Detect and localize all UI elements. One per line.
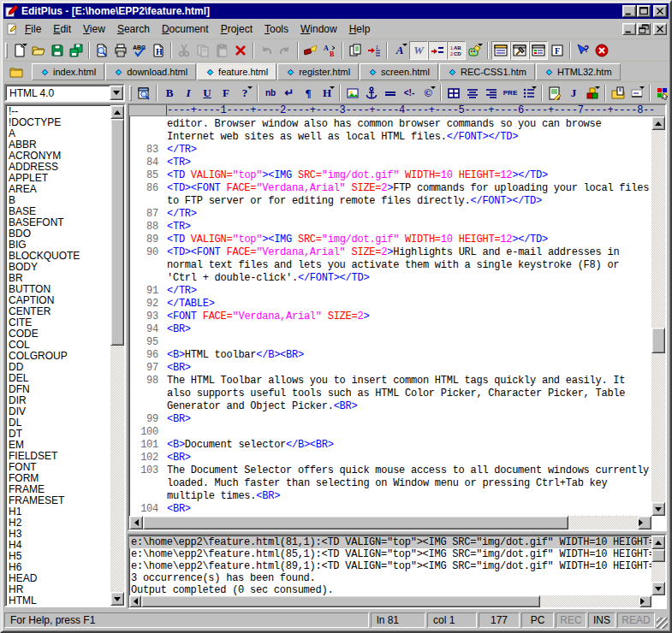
output-line[interactable]: e:\home\epp2\feature.html(81,1):<TD VALI…	[129, 536, 651, 548]
menu-item-edit[interactable]: Edit	[47, 21, 77, 38]
cliptext-item[interactable]: AREA	[6, 184, 110, 195]
paragraph-button[interactable]: ¶	[299, 84, 318, 103]
output-line[interactable]: Output completed (0 sec consumed).	[129, 584, 651, 595]
cliptext-item[interactable]: FRAME	[6, 484, 110, 495]
code-view[interactable]: editor. Browser window also has common b…	[129, 116, 651, 516]
scroll-down-button[interactable]	[110, 592, 124, 606]
menu-item-file[interactable]: File	[19, 21, 47, 38]
menu-item-project[interactable]: Project	[215, 21, 259, 38]
menu-item-document[interactable]: Document	[156, 21, 215, 38]
cliptext-item[interactable]: HR	[6, 584, 110, 595]
bold-button[interactable]: B	[160, 84, 179, 103]
scrollbar-track[interactable]	[143, 516, 638, 529]
cliptext-item[interactable]: A	[6, 128, 110, 139]
object-picker-button[interactable]	[583, 84, 602, 103]
font-tag-button[interactable]: F	[217, 84, 235, 103]
line-break-button[interactable]: ↵	[280, 84, 299, 103]
cliptext-item[interactable]: H6	[6, 562, 110, 573]
menu-item-tools[interactable]: Tools	[259, 21, 294, 38]
preformatted-button[interactable]: PRE	[501, 84, 520, 103]
minimize-button[interactable]	[622, 5, 636, 17]
context-help-button[interactable]: ?	[574, 41, 592, 60]
script-button[interactable]	[545, 84, 564, 103]
mdi-close-button[interactable]	[653, 23, 667, 35]
resize-grip[interactable]	[657, 618, 668, 629]
cliptext-item[interactable]: DD	[6, 362, 110, 373]
cliptext-item[interactable]: BUTTON	[6, 284, 110, 295]
cliptext-scrollbar[interactable]	[110, 105, 124, 606]
font-button[interactable]: A	[390, 41, 409, 60]
cliptext-item[interactable]: H4	[6, 540, 110, 551]
cliptext-item[interactable]: BDO	[6, 228, 110, 240]
cliptext-item[interactable]: FONT	[6, 462, 110, 473]
output-vertical-scrollbar[interactable]	[651, 535, 665, 595]
nonbreaking-space-button[interactable]: nb	[261, 84, 280, 103]
cliptext-item[interactable]: BR	[6, 273, 110, 284]
cliptext-item[interactable]: BLOCKQUOTE	[6, 251, 110, 262]
javascript-button[interactable]: J	[564, 84, 583, 103]
cliptext-item[interactable]: CAPTION	[6, 295, 110, 306]
italic-button[interactable]: I	[179, 84, 198, 103]
line-numbers-button[interactable]: 1AB2CD	[447, 41, 466, 60]
cliptext-item[interactable]: HTML	[6, 595, 110, 606]
function-list-button[interactable]: F	[548, 41, 567, 60]
print-preview-button[interactable]	[92, 41, 111, 60]
copy-button[interactable]	[193, 41, 212, 60]
document-selector-button[interactable]	[529, 41, 548, 60]
cliptext-item[interactable]: DL	[6, 417, 110, 429]
directory-window-button[interactable]	[491, 41, 510, 60]
scroll-left-button[interactable]	[129, 595, 141, 607]
scrollbar-thumb[interactable]	[110, 119, 124, 346]
scroll-right-button[interactable]	[638, 516, 651, 529]
scroll-up-button[interactable]	[651, 535, 665, 549]
auto-indent-button[interactable]	[428, 41, 447, 60]
word-wrap-button[interactable]: W	[409, 41, 428, 60]
new-html-document-button[interactable]: H	[149, 41, 168, 60]
editor-area[interactable]: ----+----1----+----2----+----3----+----4…	[128, 104, 667, 531]
view-in-browser-button[interactable]	[609, 84, 627, 103]
cliptext-item[interactable]: COL	[6, 340, 110, 351]
cliptext-item[interactable]: FORM	[6, 473, 110, 484]
new-document-button[interactable]	[10, 41, 29, 60]
cliptext-item[interactable]: CODE	[6, 328, 110, 340]
scrollbar-thumb[interactable]	[143, 516, 568, 529]
toolbar-grip[interactable]	[5, 43, 8, 58]
horizontal-rule-button[interactable]	[381, 84, 400, 103]
close-button[interactable]	[653, 5, 667, 17]
cliptext-item[interactable]: BODY	[6, 262, 110, 273]
heading-button[interactable]: H	[318, 84, 336, 103]
tab-HTML32.htm[interactable]: HTML32.htm	[536, 63, 621, 80]
cliptext-item[interactable]: CITE	[6, 317, 110, 328]
menu-item-view[interactable]: View	[77, 21, 111, 38]
cliptext-item[interactable]: FRAMESET	[6, 495, 110, 506]
tab-screen.html[interactable]: screen.html	[360, 63, 438, 80]
editor-vertical-scrollbar[interactable]	[651, 116, 665, 516]
redo-button[interactable]	[276, 41, 294, 60]
scrollbar-track[interactable]	[651, 549, 665, 582]
table-button[interactable]	[444, 84, 463, 103]
scrollbar-thumb[interactable]	[141, 595, 540, 607]
maximize-button[interactable]	[637, 5, 651, 17]
cliptext-item[interactable]: ADDRESS	[6, 162, 110, 173]
cut-button[interactable]	[175, 41, 193, 60]
image-button[interactable]	[343, 84, 362, 103]
scroll-right-button[interactable]	[639, 595, 651, 607]
menu-item-window[interactable]: Window	[294, 21, 343, 38]
scrollbar-track[interactable]	[141, 595, 639, 607]
cliptext-item[interactable]: HEAD	[6, 573, 110, 584]
cliptext-item[interactable]: H1	[6, 506, 110, 518]
undo-button[interactable]	[257, 41, 276, 60]
cliptext-item[interactable]: FIELDSET	[6, 451, 110, 462]
scrollbar-track[interactable]	[651, 130, 665, 502]
anchor-button[interactable]	[362, 84, 381, 103]
delete-button[interactable]	[231, 41, 250, 60]
spell-check-button[interactable]: ABC	[130, 41, 149, 60]
scroll-down-button[interactable]	[651, 502, 665, 516]
cliptext-item[interactable]: !--	[6, 106, 110, 117]
cliptext-item[interactable]: B	[6, 195, 110, 206]
comment-button[interactable]: <!-	[400, 84, 419, 103]
underline-button[interactable]: U	[198, 84, 217, 103]
cliptext-category-select[interactable]: HTML 4.0	[4, 84, 125, 102]
cliptext-item[interactable]: BASE	[6, 206, 110, 217]
browser-preview-button[interactable]	[134, 84, 153, 103]
